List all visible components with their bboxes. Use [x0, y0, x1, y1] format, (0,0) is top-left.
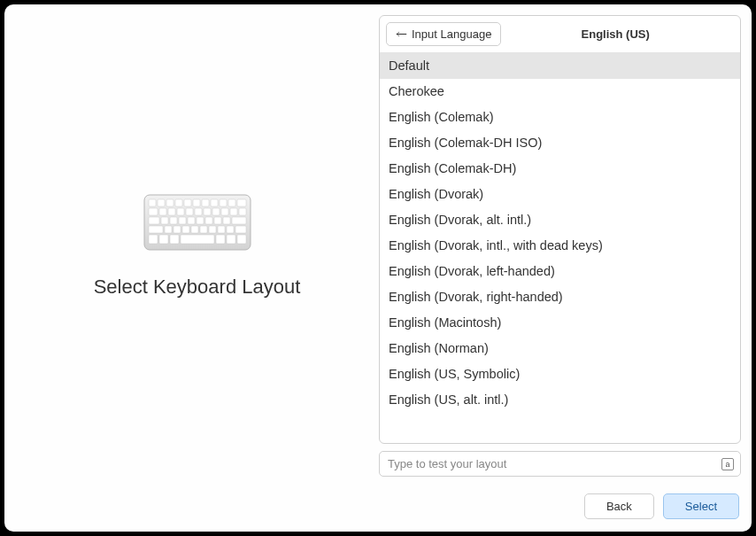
keyboard-icon — [143, 194, 251, 251]
layout-item[interactable]: English (Dvorak, right-handed) — [380, 284, 740, 310]
svg-rect-36 — [182, 226, 189, 233]
svg-rect-5 — [184, 199, 191, 206]
layout-item[interactable]: Cherokee — [380, 79, 740, 105]
page-title: Select Keyboard Layout — [94, 276, 301, 299]
svg-rect-19 — [212, 208, 220, 215]
svg-rect-20 — [221, 208, 228, 215]
window: Select Keyboard Layout 🡐 Input Language … — [4, 4, 752, 532]
layout-item[interactable]: English (Macintosh) — [380, 310, 740, 336]
current-language-title: English (US) — [497, 27, 734, 41]
svg-rect-22 — [239, 208, 246, 215]
svg-rect-38 — [200, 226, 207, 233]
layout-item[interactable]: English (Dvorak, alt. intl.) — [380, 207, 740, 233]
svg-rect-29 — [205, 217, 212, 224]
svg-rect-27 — [188, 217, 195, 224]
layout-item[interactable]: English (US, alt. intl.) — [380, 387, 740, 413]
svg-rect-21 — [230, 208, 237, 215]
svg-rect-34 — [165, 226, 172, 233]
svg-rect-8 — [211, 199, 218, 206]
svg-rect-46 — [181, 235, 214, 244]
svg-rect-25 — [170, 217, 177, 224]
input-method-indicator-icon: a — [721, 458, 734, 470]
svg-rect-15 — [177, 208, 184, 215]
input-language-label: Input Language — [412, 27, 491, 41]
layout-item[interactable]: English (Colemak-DH) — [380, 156, 740, 182]
svg-rect-49 — [237, 235, 246, 244]
svg-rect-37 — [191, 226, 198, 233]
arrow-left-icon: 🡐 — [396, 28, 407, 40]
svg-rect-40 — [218, 226, 225, 233]
layout-item[interactable]: English (Dvorak) — [380, 182, 740, 207]
svg-rect-16 — [186, 208, 193, 215]
svg-rect-41 — [227, 226, 234, 233]
svg-rect-44 — [159, 235, 168, 244]
test-input-wrap: a — [379, 451, 741, 477]
svg-rect-28 — [197, 217, 204, 224]
input-language-back-button[interactable]: 🡐 Input Language — [386, 22, 501, 46]
svg-rect-2 — [158, 199, 165, 206]
svg-rect-23 — [149, 217, 159, 224]
svg-rect-32 — [232, 217, 246, 224]
svg-rect-47 — [216, 235, 225, 244]
layout-list-box: 🡐 Input Language English (US) DefaultChe… — [379, 15, 741, 444]
svg-rect-6 — [193, 199, 200, 206]
layout-item[interactable]: English (Dvorak, intl., with dead keys) — [380, 233, 740, 259]
svg-rect-9 — [220, 199, 227, 206]
footer-buttons: Back Select — [584, 493, 739, 519]
svg-rect-39 — [209, 226, 216, 233]
svg-rect-7 — [202, 199, 209, 206]
svg-rect-45 — [170, 235, 179, 244]
svg-rect-13 — [159, 208, 166, 215]
back-button[interactable]: Back — [584, 493, 654, 519]
layout-item[interactable]: English (Norman) — [380, 336, 740, 361]
svg-rect-4 — [175, 199, 182, 206]
svg-rect-24 — [161, 217, 168, 224]
svg-rect-11 — [237, 199, 246, 206]
layout-list[interactable]: DefaultCherokeeEnglish (Colemak)English … — [380, 53, 740, 443]
svg-rect-14 — [168, 208, 175, 215]
list-header: 🡐 Input Language English (US) — [380, 16, 740, 53]
test-layout-input[interactable] — [379, 451, 741, 477]
layout-item[interactable]: English (Dvorak, left-handed) — [380, 259, 740, 284]
svg-rect-3 — [166, 199, 174, 206]
svg-rect-17 — [195, 208, 202, 215]
svg-rect-10 — [228, 199, 235, 206]
svg-rect-42 — [235, 226, 246, 233]
layout-item[interactable]: English (US, Symbolic) — [380, 361, 740, 387]
svg-rect-31 — [223, 217, 230, 224]
svg-rect-30 — [214, 217, 221, 224]
svg-rect-43 — [149, 235, 158, 244]
svg-rect-26 — [179, 217, 186, 224]
svg-rect-48 — [227, 235, 235, 244]
svg-rect-33 — [149, 226, 163, 233]
svg-rect-18 — [204, 208, 211, 215]
layout-item[interactable]: English (Colemak) — [380, 105, 740, 130]
select-button[interactable]: Select — [663, 493, 739, 519]
layout-item[interactable]: English (Colemak-DH ISO) — [380, 130, 740, 156]
svg-rect-35 — [174, 226, 181, 233]
svg-rect-1 — [149, 199, 156, 206]
left-panel: Select Keyboard Layout — [15, 15, 379, 477]
svg-rect-12 — [149, 208, 158, 215]
right-panel: 🡐 Input Language English (US) DefaultChe… — [379, 15, 741, 477]
content-area: Select Keyboard Layout 🡐 Input Language … — [4, 4, 752, 487]
layout-item[interactable]: Default — [380, 53, 740, 79]
